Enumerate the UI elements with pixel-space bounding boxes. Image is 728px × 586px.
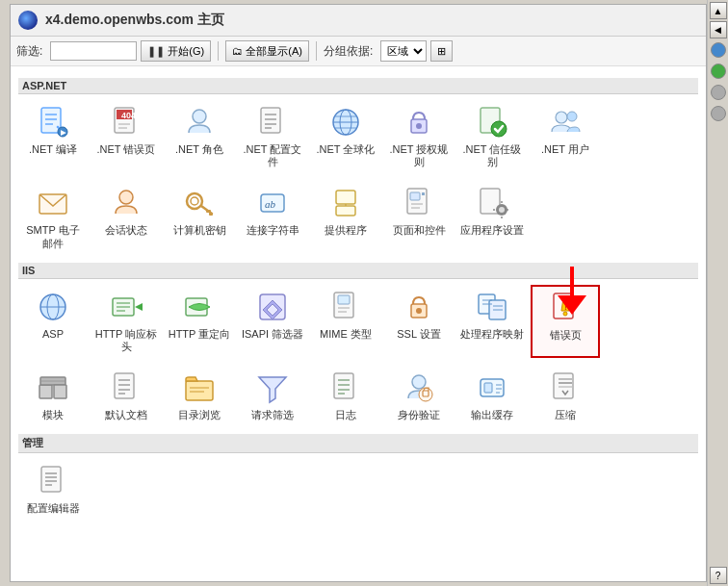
item-output-cache[interactable]: 输出缓存 [457, 366, 527, 426]
net-config-icon [255, 105, 290, 140]
smtp-icon [36, 186, 70, 220]
sidebar-up-btn[interactable]: ▲ [710, 2, 727, 19]
item-log[interactable]: 日志 [311, 366, 380, 426]
item-net-role[interactable]: .NET 角色 [165, 100, 234, 173]
filter-label: 筛选: [16, 43, 42, 60]
svg-rect-104 [484, 383, 492, 393]
net-role-label: .NET 角色 [175, 143, 223, 156]
mime-icon [328, 290, 363, 324]
item-http-response[interactable]: HTTP 响应标头 [91, 285, 161, 358]
net-users-icon [548, 105, 583, 140]
isapi-label: ISAPI 筛选器 [242, 328, 303, 341]
filter-input[interactable] [50, 41, 137, 61]
item-config-editor[interactable]: 配置编辑器 [18, 459, 88, 520]
sidebar-dot-3[interactable] [711, 85, 726, 100]
item-isapi[interactable]: ISAPI 筛选器 [238, 285, 307, 358]
item-modules[interactable]: 模块 [18, 366, 88, 426]
item-handler-map[interactable]: 处理程序映射 [457, 285, 527, 358]
item-app-settings[interactable]: 应用程序设置 [457, 181, 527, 254]
item-session[interactable]: 会话状态 [91, 181, 161, 254]
item-compress[interactable]: 压缩 [531, 366, 600, 426]
svg-rect-35 [206, 210, 211, 213]
svg-rect-108 [554, 373, 573, 398]
mime-label: MIME 类型 [320, 328, 372, 341]
item-asp[interactable]: ASP [18, 285, 88, 358]
svg-point-71 [416, 308, 422, 314]
item-net-compile[interactable]: ▶ .NET 编译 [18, 100, 88, 173]
item-dir-browse[interactable]: 目录浏览 [165, 366, 234, 426]
net-trust-label: .NET 信任级别 [460, 143, 524, 168]
item-request-filter[interactable]: 请求筛选 [238, 366, 307, 426]
provider-label: 提供程序 [325, 224, 367, 237]
default-doc-label: 默认文档 [105, 409, 147, 421]
item-auth[interactable]: 身份验证 [384, 366, 454, 426]
handler-map-label: 处理程序映射 [460, 328, 524, 341]
session-icon [109, 186, 143, 220]
svg-point-28 [556, 112, 567, 123]
svg-text:!: ! [564, 302, 567, 312]
svg-point-29 [567, 112, 577, 121]
asp-label: ASP [42, 328, 64, 341]
http-redirect-label: HTTP 重定向 [169, 328, 231, 341]
item-net-config[interactable]: .NET 配置文件 [238, 100, 307, 173]
section-iis-label: IIS [18, 263, 698, 279]
item-net-trust[interactable]: .NET 信任级别 [457, 100, 527, 173]
item-default-doc[interactable]: 默认文档 [91, 366, 161, 426]
svg-point-25 [416, 123, 422, 129]
item-net-global[interactable]: .NET 全球化 [311, 100, 380, 173]
group-select[interactable]: 区域 [380, 40, 427, 62]
svg-text:ab: ab [265, 198, 276, 210]
session-label: 会话状态 [105, 224, 147, 237]
compress-label: 压缩 [555, 409, 576, 421]
net-config-label: .NET 配置文件 [241, 143, 304, 168]
page-title: x4.demo.openwbs.com 主页 [45, 12, 224, 29]
item-ssl[interactable]: SSL 设置 [384, 285, 454, 358]
section-aspnet-label: ASP.NET [18, 78, 698, 94]
log-label: 日志 [335, 409, 356, 421]
sidebar-help-btn[interactable]: ? [710, 567, 727, 584]
show-all-button[interactable]: 🗂 全部显示(A) [225, 40, 309, 62]
toolbar-separator-1 [218, 41, 219, 61]
item-net-users[interactable]: .NET 用户 [531, 100, 600, 173]
svg-point-80 [563, 312, 567, 316]
request-filter-icon [255, 370, 290, 405]
sidebar-dot-1[interactable] [711, 42, 726, 58]
item-provider[interactable]: 提供程序 [311, 181, 380, 254]
item-http-redirect[interactable]: HTTP 重定向 [165, 285, 234, 358]
ssl-icon [402, 290, 436, 324]
machine-key-icon [182, 186, 217, 220]
asp-icon [36, 290, 70, 324]
item-smtp[interactable]: SMTP 电子邮件 [18, 181, 88, 254]
view-toggle-button[interactable]: ⊞ [430, 40, 453, 62]
iis-grid-2: 模块 默认文档 [18, 366, 698, 426]
svg-rect-91 [186, 381, 213, 400]
item-net-auth[interactable]: .NET 授权规则 [384, 100, 454, 173]
app-settings-label: 应用程序设置 [460, 224, 524, 237]
config-editor-icon [36, 464, 70, 498]
output-cache-icon [475, 370, 509, 405]
net-role-icon [182, 105, 217, 140]
sidebar-back-btn[interactable]: ◀ [710, 21, 727, 38]
provider-icon [328, 186, 363, 220]
item-machine-key[interactable]: 计算机密钥 [165, 181, 234, 254]
start-icon: ❚❚ [147, 45, 165, 58]
dir-browse-icon [182, 370, 217, 405]
sidebar-dot-2[interactable] [711, 64, 726, 79]
svg-rect-40 [336, 206, 355, 216]
conn-string-label: 连接字符串 [247, 224, 299, 237]
show-all-icon: 🗂 [232, 45, 243, 57]
sidebar-dot-4[interactable] [711, 106, 726, 121]
item-mime[interactable]: MIME 类型 [311, 285, 380, 358]
net-users-label: .NET 用户 [541, 143, 589, 156]
svg-rect-82 [39, 385, 52, 398]
item-page-control[interactable]: 页面和控件 [384, 181, 454, 254]
item-net-error[interactable]: 404 .NET 错误页 [91, 100, 161, 173]
item-conn-string[interactable]: ab 连接字符串 [238, 181, 307, 254]
net-global-icon [328, 105, 363, 140]
http-response-icon [109, 290, 143, 324]
svg-rect-36 [209, 213, 213, 216]
item-error-page[interactable]: ! 错误页 [531, 285, 600, 358]
title-icon [18, 11, 38, 30]
start-button[interactable]: ❚❚ 开始(G) [141, 40, 211, 62]
error-page-label: 错误页 [550, 329, 582, 342]
